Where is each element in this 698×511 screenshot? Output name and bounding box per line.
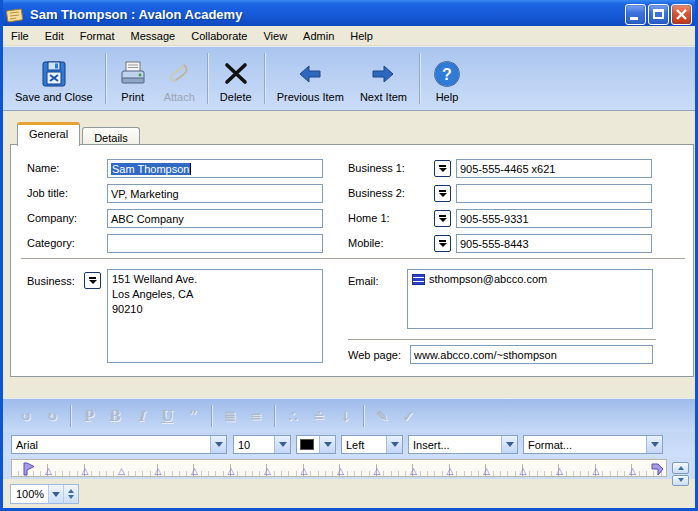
tab-stop-icon[interactable]: △ xyxy=(82,467,89,476)
home1-label: Home 1: xyxy=(348,212,390,224)
right-indent-marker[interactable] xyxy=(651,462,664,477)
home1-dropdown-button[interactable] xyxy=(434,210,451,227)
combo-arrow-icon[interactable] xyxy=(210,436,226,453)
tab-stop-icon[interactable]: △ xyxy=(593,467,600,476)
zoom-spinner[interactable] xyxy=(63,485,78,503)
left-indent-marker[interactable] xyxy=(22,462,36,477)
menu-item-edit[interactable]: Edit xyxy=(37,27,72,45)
email-item[interactable]: sthompson@abcco.com xyxy=(412,273,648,285)
tab-stop-icon[interactable]: △ xyxy=(191,467,198,476)
menu-item-admin[interactable]: Admin xyxy=(295,27,342,45)
print-label: Print xyxy=(121,91,144,103)
tab-stop-icon[interactable]: △ xyxy=(556,467,563,476)
tab-stop-icon[interactable]: △ xyxy=(155,467,162,476)
spin-down-button[interactable] xyxy=(672,475,689,487)
previous-item-button[interactable]: Previous Item xyxy=(269,50,352,107)
font-combo[interactable]: Arial xyxy=(11,435,227,454)
close-icon xyxy=(672,5,691,24)
signature-icon: ✎ xyxy=(369,408,395,424)
spin-up-button[interactable] xyxy=(672,462,689,474)
combo-arrow-icon[interactable] xyxy=(501,436,517,453)
business-address-field[interactable]: 151 Welland Ave. Los Angeles, CA 90210 xyxy=(107,269,323,363)
tab-stop-icon[interactable]: △ xyxy=(629,467,636,476)
dropdown-icon xyxy=(89,277,96,279)
print-button[interactable]: Print xyxy=(110,50,156,107)
company-field[interactable] xyxy=(107,209,323,228)
maximize-button[interactable] xyxy=(648,4,669,25)
format-combo[interactable]: Format... xyxy=(523,435,663,454)
format-value: Format... xyxy=(524,439,646,451)
minimize-button[interactable] xyxy=(625,4,646,25)
business1-dropdown-button[interactable] xyxy=(434,160,451,177)
align-combo[interactable]: Left xyxy=(341,435,403,454)
tab-stop-icon[interactable]: △ xyxy=(483,467,490,476)
tab-stop-icon[interactable]: △ xyxy=(410,467,417,476)
scroll-spinner xyxy=(672,462,689,486)
menu-item-help[interactable]: Help xyxy=(342,27,381,45)
tab-stop-icon[interactable]: △ xyxy=(264,467,271,476)
tab-stop-icon[interactable]: △ xyxy=(374,467,381,476)
web-page-field[interactable] xyxy=(410,345,653,364)
close-button[interactable] xyxy=(671,4,692,25)
menu-item-file[interactable]: File xyxy=(3,27,37,45)
svg-text:?: ? xyxy=(442,66,452,83)
save-and-close-button[interactable]: Save and Close xyxy=(7,50,101,107)
tab-stop-icon[interactable]: △ xyxy=(447,467,454,476)
toolbar-separator xyxy=(207,53,208,104)
color-swatch xyxy=(300,439,314,450)
tab-stop-icon[interactable]: △ xyxy=(337,467,344,476)
menu-item-collaborate[interactable]: Collaborate xyxy=(183,27,255,45)
toolbar-separator xyxy=(264,53,265,104)
toolbar-separator xyxy=(419,53,420,104)
font-color-combo[interactable] xyxy=(296,435,336,454)
help-button[interactable]: ? Help xyxy=(424,50,470,107)
ruler[interactable]: △△△△△△△△△△△△△△△△△ xyxy=(11,459,667,477)
toolbar-separator xyxy=(363,405,364,427)
email-address: sthompson@abcco.com xyxy=(429,273,547,285)
chevron-down-icon xyxy=(52,492,60,497)
redo-icon: ↻ xyxy=(39,408,65,424)
font-size-value: 10 xyxy=(234,439,274,451)
combo-arrow-icon[interactable] xyxy=(646,436,662,453)
business1-field[interactable] xyxy=(456,159,652,178)
combo-arrow-icon[interactable] xyxy=(319,436,335,453)
combo-arrow-icon[interactable] xyxy=(274,436,290,453)
mobile-dropdown-button[interactable] xyxy=(434,235,451,252)
previous-item-label: Previous Item xyxy=(277,91,344,103)
business2-field[interactable] xyxy=(456,184,652,203)
tab-stop-icon[interactable]: △ xyxy=(520,467,527,476)
zoom-dropdown-button[interactable] xyxy=(48,485,63,503)
category-field[interactable] xyxy=(107,234,323,253)
delete-button[interactable]: Delete xyxy=(212,50,260,107)
printer-icon xyxy=(118,59,148,89)
divider xyxy=(21,258,685,259)
arrow-down-icon xyxy=(68,495,74,499)
menu-item-view[interactable]: View xyxy=(255,27,295,45)
category-label: Category: xyxy=(27,237,75,249)
mobile-field[interactable] xyxy=(456,234,652,253)
combo-arrow-icon[interactable] xyxy=(386,436,402,453)
font-size-combo[interactable]: 10 xyxy=(233,435,291,454)
email-list-box[interactable]: sthompson@abcco.com xyxy=(407,269,653,329)
zoom-control[interactable]: 100% xyxy=(10,484,79,504)
title-bar[interactable]: Sam Thompson : Avalon Academy xyxy=(0,0,698,29)
business-address-dropdown-button[interactable] xyxy=(84,272,101,289)
dropdown-icon xyxy=(439,165,446,167)
job-title-field[interactable] xyxy=(107,184,323,203)
general-tab-panel: Name: Job title: Company: Category: Sam … xyxy=(10,144,694,377)
tab-general[interactable]: General xyxy=(17,122,80,146)
menu-item-message[interactable]: Message xyxy=(123,27,184,45)
name-field[interactable]: Sam Thompson xyxy=(107,159,323,178)
toolbar-separator xyxy=(105,53,106,104)
home1-field[interactable] xyxy=(456,209,652,228)
insert-combo[interactable]: Insert... xyxy=(408,435,518,454)
business2-dropdown-button[interactable] xyxy=(434,185,451,202)
tab-stop-icon[interactable]: △ xyxy=(45,467,52,476)
underline-icon: U xyxy=(154,408,180,424)
insert-value: Insert... xyxy=(409,439,501,451)
tab-stop-icon[interactable]: △ xyxy=(301,467,308,476)
tab-stop-icon[interactable]: △ xyxy=(228,467,235,476)
menu-item-format[interactable]: Format xyxy=(72,27,123,45)
next-item-button[interactable]: Next Item xyxy=(352,50,415,107)
tab-stop-icon[interactable]: △ xyxy=(118,467,125,476)
